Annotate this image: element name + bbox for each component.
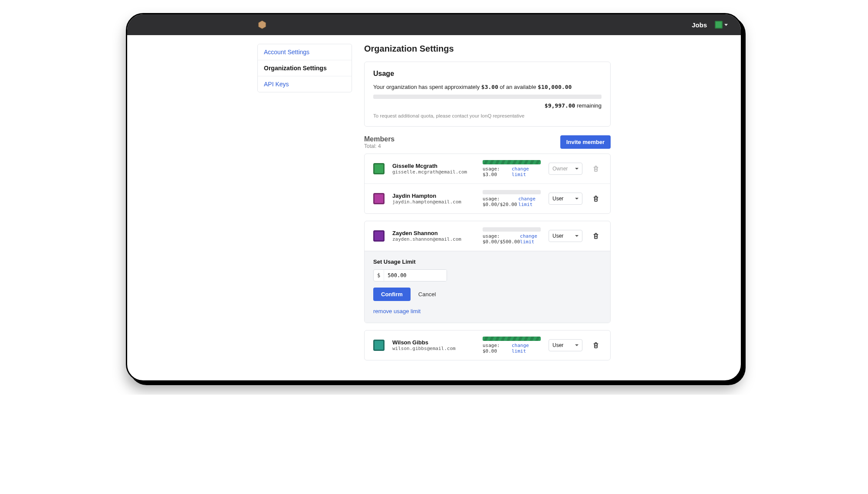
usage-available: $10,000.00	[538, 84, 572, 90]
member-row: Zayden Shannon zayden.shannon@email.com …	[365, 221, 610, 251]
role-select[interactable]: User	[549, 339, 582, 351]
delete-member-button[interactable]	[590, 193, 602, 204]
user-avatar-icon	[715, 21, 723, 29]
remove-usage-limit-link[interactable]: remove usage limit	[373, 308, 421, 314]
change-limit-link[interactable]: change limit	[520, 233, 541, 245]
settings-sidebar: Account Settings Organization Settings A…	[257, 44, 352, 92]
usage-remaining-amount: $9,997.00	[545, 102, 575, 109]
top-nav: Jobs	[127, 14, 741, 35]
members-title: Members	[364, 135, 395, 143]
member-card: Wilson Gibbs wilson.gibbs@email.com usag…	[364, 330, 611, 360]
user-menu[interactable]	[715, 21, 728, 29]
role-select[interactable]: User	[549, 193, 582, 205]
quota-note: To request additional quota, please cont…	[373, 113, 602, 118]
invite-member-button[interactable]: Invite member	[560, 135, 611, 149]
sidebar-item-account-settings[interactable]: Account Settings	[258, 44, 352, 60]
role-select[interactable]: Owner	[549, 163, 582, 175]
member-usage-progress	[483, 337, 541, 341]
change-limit-link[interactable]: change limit	[518, 196, 541, 207]
member-usage-text: usage: $0.00	[483, 343, 512, 354]
usage-limit-editor: Set Usage Limit $ Confirm Cancel remove …	[365, 251, 610, 323]
usage-limit-input[interactable]	[384, 270, 447, 281]
delete-member-button	[590, 163, 602, 174]
usage-card: Usage Your organization has spent approx…	[364, 62, 611, 127]
usage-sentence: Your organization has spent approximatel…	[373, 84, 602, 90]
member-usage-text: usage: $3.00	[483, 166, 512, 177]
member-name: Jaydin Hampton	[392, 193, 475, 199]
role-value: User	[552, 196, 563, 202]
main-content: Organization Settings Usage Your organiz…	[364, 44, 611, 363]
sidebar-item-api-keys[interactable]: API Keys	[258, 76, 352, 92]
usage-sentence-prefix: Your organization has spent approximatel…	[373, 84, 481, 90]
usage-spent: $3.00	[481, 84, 498, 90]
usage-remaining-suffix: remaining	[575, 102, 602, 109]
confirm-button[interactable]: Confirm	[373, 288, 411, 301]
app-window: Jobs Account Settings Organization Setti…	[126, 13, 742, 382]
member-name: Wilson Gibbs	[392, 339, 475, 346]
member-email: wilson.gibbs@email.com	[392, 346, 475, 351]
member-name: Zayden Shannon	[392, 230, 475, 236]
role-value: User	[552, 233, 563, 239]
member-avatar-icon	[373, 230, 385, 242]
org-usage-progress	[373, 95, 602, 99]
usage-limit-title: Set Usage Limit	[373, 258, 602, 265]
member-usage-progress	[483, 160, 541, 164]
role-value: User	[552, 342, 563, 348]
member-usage-progress	[483, 190, 541, 194]
member-avatar-icon	[373, 340, 385, 351]
change-limit-link[interactable]: change limit	[512, 166, 541, 177]
member-email: jaydin.hampton@email.com	[392, 199, 475, 205]
delete-member-button[interactable]	[590, 340, 602, 351]
member-name: Gisselle Mcgrath	[392, 163, 475, 169]
usage-remaining: $9,997.00 remaining	[373, 102, 602, 109]
members-total: Total: 4	[364, 143, 395, 149]
chevron-down-icon	[575, 168, 579, 170]
member-email: gisselle.mcgrath@email.com	[392, 169, 475, 175]
logo-icon	[257, 20, 267, 29]
member-usage-text: usage: $0.00/$20.00	[483, 196, 518, 207]
member-group-top: Gisselle Mcgrath gisselle.mcgrath@email.…	[364, 154, 611, 214]
member-avatar-icon	[373, 193, 385, 204]
member-email: zayden.shannon@email.com	[392, 236, 475, 242]
page-body: Account Settings Organization Settings A…	[127, 35, 741, 363]
sidebar-item-organization-settings[interactable]: Organization Settings	[258, 60, 352, 76]
trash-icon	[592, 165, 599, 172]
members-total-value: 4	[378, 143, 381, 149]
chevron-down-icon	[575, 198, 579, 200]
member-row: Gisselle Mcgrath gisselle.mcgrath@email.…	[365, 154, 610, 184]
svg-marker-0	[259, 21, 266, 29]
currency-prefix: $	[374, 270, 384, 281]
member-usage-text: usage: $0.00/$500.00	[483, 233, 520, 245]
member-avatar-icon	[373, 163, 385, 174]
usage-limit-input-wrap: $	[373, 269, 447, 281]
member-card-expanded: Zayden Shannon zayden.shannon@email.com …	[364, 221, 611, 323]
page-title: Organization Settings	[364, 44, 611, 54]
chevron-down-icon	[575, 344, 579, 346]
usage-title: Usage	[373, 70, 602, 78]
chevron-down-icon	[575, 235, 579, 237]
trash-icon	[592, 342, 599, 349]
trash-icon	[592, 232, 599, 239]
change-limit-link[interactable]: change limit	[512, 343, 541, 354]
role-select[interactable]: User	[549, 230, 582, 242]
nav-jobs[interactable]: Jobs	[692, 21, 707, 29]
role-value: Owner	[552, 166, 568, 172]
members-header: Members Total: 4 Invite member	[364, 135, 611, 149]
member-usage-progress	[483, 227, 541, 232]
member-row: Wilson Gibbs wilson.gibbs@email.com usag…	[365, 330, 610, 360]
delete-member-button[interactable]	[590, 230, 602, 242]
chevron-down-icon	[724, 24, 728, 26]
member-row: Jaydin Hampton jaydin.hampton@email.com …	[365, 184, 610, 213]
members-total-label: Total:	[364, 143, 378, 149]
trash-icon	[592, 195, 599, 202]
cancel-button[interactable]: Cancel	[413, 288, 441, 301]
usage-sentence-mid: of an available	[498, 84, 538, 90]
